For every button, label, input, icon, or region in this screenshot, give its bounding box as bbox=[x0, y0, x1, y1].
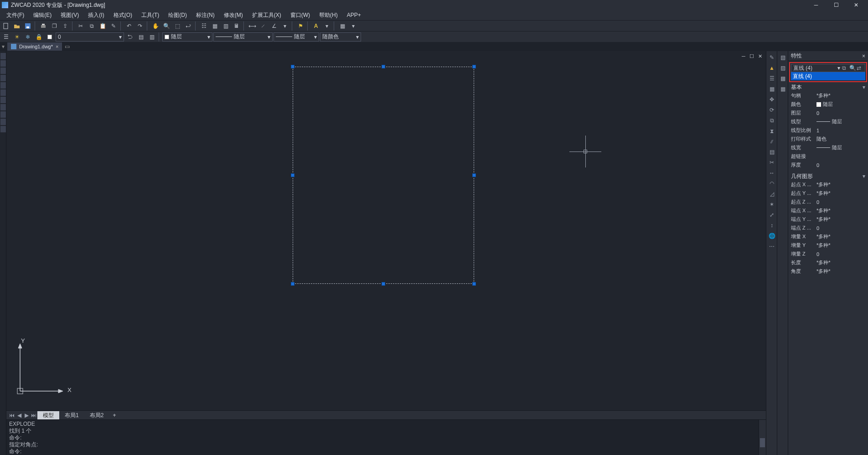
globe-icon[interactable]: 🌐 bbox=[767, 231, 776, 241]
palette4-icon[interactable]: ▦ bbox=[778, 84, 787, 94]
selection-type-option[interactable]: 直线 (4) bbox=[791, 72, 865, 80]
mirror-icon[interactable]: ⧗ bbox=[767, 126, 776, 136]
copy2-icon[interactable]: ⧉ bbox=[767, 116, 776, 125]
extend-icon[interactable]: ↔ bbox=[767, 168, 776, 178]
move-icon[interactable]: ✥ bbox=[767, 95, 776, 104]
more-icon[interactable]: ⋯ bbox=[767, 242, 776, 251]
cut-button[interactable]: ✂ bbox=[76, 21, 86, 31]
table-dd-button[interactable]: ▾ bbox=[348, 21, 358, 31]
plotstyle-combo[interactable]: 随颜色 ▾ bbox=[320, 32, 361, 42]
vp-min-button[interactable]: ─ bbox=[740, 53, 747, 59]
draw-hatch-button[interactable] bbox=[0, 97, 6, 103]
maximize-button[interactable]: ☐ bbox=[826, 0, 846, 10]
menu-format[interactable]: 格式(O) bbox=[109, 10, 137, 20]
toggle-icon[interactable]: ⇄ bbox=[857, 65, 863, 71]
menu-dim[interactable]: 标注(N) bbox=[191, 10, 219, 20]
layer-prev-button[interactable]: ⮌ bbox=[125, 32, 135, 42]
design-center-button[interactable]: ▦ bbox=[210, 21, 220, 31]
category-basic[interactable]: 基本▾ bbox=[788, 83, 868, 91]
draw-line-button[interactable] bbox=[0, 53, 6, 59]
redo-button[interactable]: ↷ bbox=[135, 21, 145, 31]
menu-window[interactable]: 窗口(W) bbox=[286, 10, 315, 20]
tab-add-button[interactable]: + bbox=[109, 411, 119, 419]
prop-layer-val[interactable]: 0 bbox=[815, 110, 868, 116]
paste-button[interactable]: 📋 bbox=[98, 21, 108, 31]
tab-last-button[interactable]: ⏭ bbox=[30, 412, 37, 419]
properties-close-button[interactable]: × bbox=[862, 53, 865, 59]
draw-circle-button[interactable] bbox=[0, 68, 6, 74]
offset-icon[interactable]: ⫽ bbox=[767, 137, 776, 146]
tab-layout2[interactable]: 布局2 bbox=[84, 411, 109, 419]
menu-file[interactable]: 文件(F) bbox=[2, 10, 29, 20]
flag-button[interactable]: ⚑ bbox=[295, 21, 305, 31]
plot-preview-button[interactable]: ❐ bbox=[49, 21, 59, 31]
warning-icon[interactable]: ▲ bbox=[767, 63, 776, 73]
layer-freeze-icon[interactable]: ❄ bbox=[23, 32, 33, 42]
layer-props-button[interactable]: ☰ bbox=[1, 32, 11, 42]
prop-ps-val[interactable]: 随色 bbox=[815, 136, 868, 142]
prop-ey-val[interactable]: *多种* bbox=[815, 216, 868, 223]
open-button[interactable] bbox=[12, 21, 22, 31]
tool-palettes-button[interactable]: ▥ bbox=[221, 21, 231, 31]
draw-block-button[interactable] bbox=[0, 126, 6, 132]
draw-spline-button[interactable] bbox=[0, 111, 6, 118]
chamfer-icon[interactable]: ◿ bbox=[767, 189, 776, 199]
rotate-icon[interactable]: ⟳ bbox=[767, 105, 776, 115]
draw-point-button[interactable] bbox=[0, 104, 6, 110]
stretch-icon[interactable]: ↕ bbox=[767, 221, 776, 230]
linetype-combo[interactable]: 随层 ▾ bbox=[213, 32, 273, 42]
file-tab-drawing1[interactable]: Drawing1.dwg* × bbox=[7, 42, 62, 51]
table-button[interactable]: ▦ bbox=[337, 21, 347, 31]
layer-combo[interactable]: 0 ▾ bbox=[56, 32, 124, 42]
draw-text-button[interactable] bbox=[0, 119, 6, 125]
scale-icon[interactable]: ⤢ bbox=[767, 210, 776, 220]
prop-lt-val[interactable]: 随层 bbox=[815, 118, 868, 125]
tab-next-button[interactable]: ▶ bbox=[23, 412, 30, 419]
grip[interactable] bbox=[382, 282, 385, 286]
prop-lw-val[interactable]: 随层 bbox=[815, 144, 868, 151]
tab-layout1[interactable]: 布局1 bbox=[59, 411, 84, 419]
grip[interactable] bbox=[382, 65, 385, 68]
prop-lts-val[interactable]: 1 bbox=[815, 128, 868, 133]
close-tab-icon[interactable]: × bbox=[56, 44, 58, 49]
grip[interactable] bbox=[291, 65, 294, 68]
print-button[interactable] bbox=[38, 21, 48, 31]
category-geometry[interactable]: 几何图形▾ bbox=[788, 172, 868, 180]
tab-prev-button[interactable]: ◀ bbox=[16, 412, 23, 419]
prop-ang-val[interactable]: *多种* bbox=[815, 268, 868, 275]
tab-first-button[interactable]: ⏮ bbox=[8, 412, 16, 419]
layer-on-icon[interactable]: ☀ bbox=[12, 32, 22, 42]
grip[interactable] bbox=[472, 173, 476, 177]
fillet-icon[interactable]: ◠ bbox=[767, 179, 776, 188]
match-prop-button[interactable]: ✎ bbox=[108, 21, 119, 31]
palette1-icon[interactable]: ▧ bbox=[778, 53, 787, 62]
dim-linear-button[interactable]: ⟷ bbox=[247, 21, 257, 31]
grip[interactable] bbox=[291, 282, 294, 286]
pan-button[interactable]: ✋ bbox=[150, 21, 160, 31]
pick-icon[interactable]: 🔍 bbox=[849, 65, 856, 71]
menu-insert[interactable]: 插入(I) bbox=[83, 10, 108, 20]
dim-aligned-button[interactable]: ⟋ bbox=[258, 21, 268, 31]
copy-button[interactable]: ⧉ bbox=[87, 21, 97, 31]
menu-app[interactable]: APP+ bbox=[342, 10, 366, 20]
dim-angle-button[interactable]: ∠ bbox=[269, 21, 279, 31]
grip[interactable] bbox=[291, 173, 294, 177]
layer-iso-button[interactable]: ▤ bbox=[136, 32, 146, 42]
layers-icon[interactable]: ☰ bbox=[767, 74, 776, 83]
grip[interactable] bbox=[472, 65, 476, 68]
vp-max-button[interactable]: ☐ bbox=[749, 53, 755, 59]
color-combo[interactable]: 随层 ▾ bbox=[162, 32, 212, 42]
text-dd-button[interactable]: ▾ bbox=[322, 21, 332, 31]
tab-model[interactable]: 模型 bbox=[37, 411, 59, 419]
close-button[interactable]: ✕ bbox=[846, 0, 866, 10]
menu-help[interactable]: 帮助(H) bbox=[315, 10, 342, 20]
cmd-scrollbar[interactable] bbox=[759, 420, 766, 455]
menu-tools[interactable]: 工具(T) bbox=[137, 10, 164, 20]
new-button[interactable] bbox=[1, 21, 11, 31]
layer-lock-icon[interactable]: 🔒 bbox=[34, 32, 44, 42]
prop-sz-val[interactable]: 0 bbox=[815, 199, 868, 205]
calc-button[interactable]: 🖩 bbox=[232, 21, 242, 31]
vp-close-button[interactable]: ✕ bbox=[757, 53, 763, 59]
prop-dx-val[interactable]: *多种* bbox=[815, 233, 868, 240]
tab-handle-icon[interactable]: ▾ bbox=[2, 43, 6, 50]
